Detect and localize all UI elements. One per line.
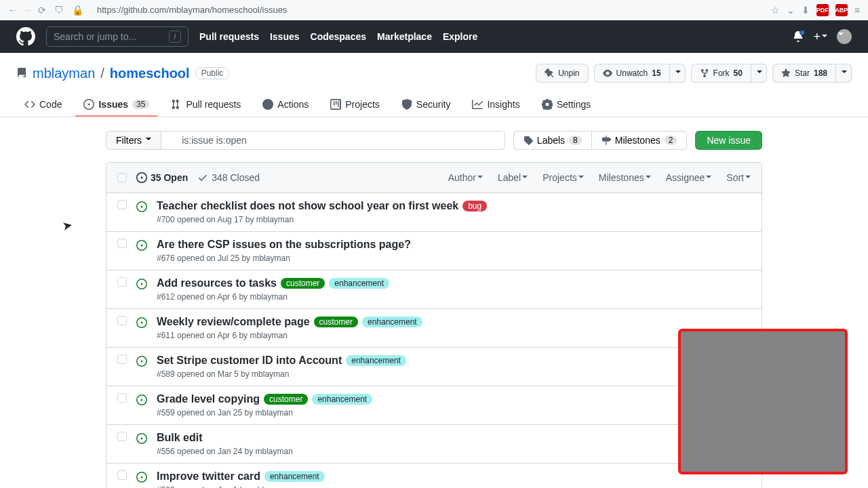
issue-label[interactable]: customer — [281, 278, 325, 289]
issue-label[interactable]: enhancement — [329, 278, 389, 289]
milestones-button[interactable]: Milestones2 — [591, 131, 688, 150]
issue-checkbox[interactable] — [117, 393, 127, 403]
issue-checkbox[interactable] — [117, 354, 127, 364]
tab-settings[interactable]: Settings — [534, 94, 599, 117]
tab-projects[interactable]: Projects — [322, 94, 388, 117]
lock-icon: 🔒 — [72, 5, 83, 16]
filter-sort[interactable]: Sort — [726, 172, 751, 183]
project-icon — [330, 99, 341, 110]
add-menu-icon[interactable]: + — [813, 30, 827, 44]
nav-issues[interactable]: Issues — [270, 31, 300, 42]
star-icon[interactable]: ☆ — [771, 5, 780, 16]
issue-checkbox[interactable] — [117, 239, 127, 248]
visibility-badge: Public — [195, 67, 230, 79]
url-bar[interactable]: https://github.com/mblayman/homeschool/i… — [97, 5, 287, 15]
issue-label[interactable]: enhancement — [346, 355, 406, 366]
issue-label[interactable]: bug — [462, 201, 487, 211]
new-issue-button[interactable]: New issue — [695, 131, 762, 150]
filter-label[interactable]: Label — [498, 172, 528, 183]
issue-label[interactable]: customer — [264, 394, 308, 405]
ext-abp-icon[interactable]: ABP — [835, 4, 848, 16]
ext-pdf-icon[interactable]: PDF — [816, 4, 829, 16]
issue-title[interactable]: Teacher checklist does not show school y… — [157, 200, 458, 212]
filter-assignee[interactable]: Assignee — [666, 172, 712, 183]
closed-filter[interactable]: 348 Closed — [197, 172, 260, 183]
watch-menu-caret[interactable] — [669, 64, 686, 83]
star-button[interactable]: Star 188 — [772, 64, 835, 83]
select-all-checkbox[interactable] — [117, 173, 127, 182]
issue-title[interactable]: Grade level copying — [157, 393, 260, 405]
filter-projects[interactable]: Projects — [542, 172, 584, 183]
issue-meta: #589 opened on Mar 5 by mblayman — [157, 369, 751, 379]
issue-checkbox[interactable] — [117, 316, 127, 325]
issue-row[interactable]: Improve twitter cardenhancement #529 ope… — [106, 464, 762, 488]
unwatch-button[interactable]: Unwatch 15 — [594, 64, 669, 83]
download-icon[interactable]: ⬇ — [802, 5, 810, 16]
issue-title[interactable]: Are there CSP issues on the subscription… — [157, 239, 411, 251]
filter-milestones[interactable]: Milestones — [599, 172, 651, 183]
unpin-button[interactable]: Unpin — [536, 64, 588, 83]
star-menu-caret[interactable] — [835, 64, 852, 83]
issue-checkbox[interactable] — [117, 432, 127, 441]
issue-open-icon — [136, 317, 147, 340]
forward-icon[interactable]: → — [23, 5, 33, 16]
nav-codespaces[interactable]: Codespaces — [311, 31, 366, 42]
pr-icon — [171, 99, 182, 110]
issue-icon — [83, 99, 94, 110]
tab-code[interactable]: Code — [16, 94, 70, 117]
issue-checkbox[interactable] — [117, 200, 127, 209]
issue-label[interactable]: enhancement — [362, 317, 422, 327]
nav-marketplace[interactable]: Marketplace — [377, 31, 432, 42]
issues-search-input[interactable] — [161, 131, 505, 150]
nav-explore[interactable]: Explore — [443, 31, 477, 42]
issue-checkbox[interactable] — [117, 277, 127, 287]
slash: / — [100, 66, 104, 81]
issue-row[interactable]: Teacher checklist does not show school y… — [106, 193, 762, 232]
github-logo-icon[interactable] — [16, 27, 35, 46]
issue-label[interactable]: enhancement — [264, 471, 325, 482]
filters-button[interactable]: Filters — [106, 131, 161, 150]
nav-pulls[interactable]: Pull requests — [199, 31, 259, 42]
tab-security[interactable]: Security — [393, 94, 459, 117]
issue-open-icon — [136, 201, 147, 224]
repo-owner-link[interactable]: mblayman — [33, 66, 95, 81]
unwatch-label: Unwatch — [616, 68, 648, 78]
fork-menu-caret[interactable] — [751, 64, 767, 83]
filter-author[interactable]: Author — [448, 172, 483, 183]
shield-icon[interactable]: ⛉ — [54, 5, 64, 16]
issue-row[interactable]: Bulk edit #556 opened on Jan 24 by mblay… — [106, 425, 762, 464]
issue-title[interactable]: Bulk edit — [157, 432, 203, 444]
menu-icon[interactable]: ≡ — [854, 5, 860, 16]
global-search-input[interactable]: Search or jump to... / — [46, 26, 189, 47]
repo-name-link[interactable]: homeschool — [110, 66, 190, 81]
issue-label[interactable]: enhancement — [312, 394, 372, 405]
issue-row[interactable]: Set Stripe customer ID into Accountenhan… — [106, 348, 762, 386]
tab-pulls[interactable]: Pull requests — [163, 94, 249, 117]
issue-row[interactable]: Grade level copyingcustomerenhancement #… — [106, 386, 762, 425]
open-filter[interactable]: 35 Open — [136, 172, 188, 183]
issue-title[interactable]: Add resources to tasks — [157, 277, 277, 289]
notifications-icon[interactable] — [793, 31, 804, 42]
fork-icon — [700, 68, 709, 78]
tab-actions[interactable]: Actions — [254, 94, 317, 117]
issue-open-icon — [136, 433, 147, 456]
issue-row[interactable]: Weekly review/complete pagecustomerenhan… — [106, 309, 762, 348]
issue-title[interactable]: Weekly review/complete page — [157, 316, 310, 328]
tab-issues[interactable]: Issues35 — [75, 94, 157, 117]
labels-button[interactable]: Labels8 — [513, 131, 591, 150]
user-avatar[interactable] — [837, 29, 852, 44]
pocket-icon[interactable]: ⌄ — [787, 5, 795, 16]
issue-row[interactable]: Are there CSP issues on the subscription… — [106, 232, 762, 270]
back-icon[interactable]: ← — [8, 5, 18, 16]
issue-title[interactable]: Set Stripe customer ID into Account — [157, 354, 342, 367]
issue-checkbox[interactable] — [117, 470, 127, 480]
tab-insights[interactable]: Insights — [464, 94, 528, 117]
fork-button[interactable]: Fork 50 — [691, 64, 751, 83]
issue-label[interactable]: customer — [314, 317, 358, 327]
reload-icon[interactable]: ⟳ — [38, 5, 46, 16]
issue-title[interactable]: Improve twitter card — [157, 470, 260, 483]
issue-meta: #529 opened on Jan 1 by mblayman — [157, 485, 751, 488]
star-label: Star — [795, 68, 810, 78]
shield-icon — [401, 99, 412, 110]
issue-row[interactable]: Add resources to taskscustomerenhancemen… — [106, 270, 762, 309]
